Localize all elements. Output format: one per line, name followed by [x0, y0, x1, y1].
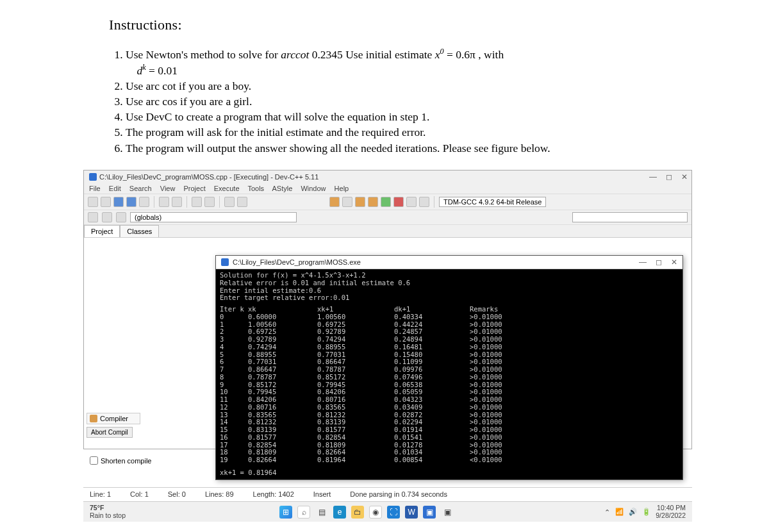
new-icon[interactable]	[88, 197, 98, 207]
table-cell: 0.04323	[394, 396, 470, 404]
console-line: Enter target relative error:0.01	[220, 294, 679, 302]
table-cell: >0.01000	[470, 344, 534, 351]
menu-help[interactable]: Help	[335, 185, 349, 192]
goto-icon[interactable]	[224, 197, 235, 207]
replace-icon[interactable]	[204, 197, 215, 207]
table-cell: 0.74294	[317, 336, 394, 344]
rebuild-icon[interactable]	[368, 197, 378, 207]
compiler-select[interactable]: TDM-GCC 4.9.2 64-bit Release	[439, 197, 546, 207]
table-cell: 1.00560	[317, 313, 394, 321]
console-output: Solution for f(x) = x^4-1.5x^3-x+1.2 Rel…	[216, 269, 682, 479]
compile-run-icon[interactable]	[355, 197, 365, 207]
console-table: Iter kxkxk+1dk+1Remarks00.600001.005600.…	[220, 306, 679, 464]
menu-execute[interactable]: Execute	[214, 185, 240, 192]
devcpp-toolbar2: (globals)	[84, 210, 691, 225]
chevron-up-icon[interactable]: ⌃	[604, 508, 610, 516]
shorten-compile-checkbox[interactable]: Shorten compile	[90, 456, 152, 465]
table-cell: 0.81964	[317, 456, 394, 464]
saveall-icon[interactable]	[126, 197, 136, 207]
table-cell: 0.81577	[317, 426, 394, 434]
menu-astyle[interactable]: AStyle	[272, 185, 293, 192]
instruction-5: The program will ask for the initial est…	[126, 124, 660, 140]
profile-icon[interactable]	[419, 197, 429, 207]
taskview-icon[interactable]: ▤	[315, 506, 328, 519]
table-cell: 0.00854	[394, 456, 470, 464]
table-row: 50.889550.770310.15480>0.01000	[220, 351, 679, 359]
menu-tools[interactable]: Tools	[247, 185, 264, 192]
close-icon[interactable]: ✕	[681, 172, 688, 181]
search-icon[interactable]: ⌕	[297, 506, 310, 519]
table-cell: 0.86647	[248, 366, 317, 374]
menu-search[interactable]: Search	[129, 185, 152, 192]
nav-bookmark-icon[interactable]	[116, 212, 126, 222]
table-row: 100.799450.842060.05059>0.01000	[220, 388, 679, 396]
console-line: Relative error is 0.01 and initial estim…	[220, 279, 679, 287]
table-cell: <0.01000	[470, 456, 534, 464]
table-row: 20.697250.927890.24857>0.01000	[220, 328, 679, 336]
status-col: Col: 1	[130, 490, 149, 498]
table-cell: >0.01000	[470, 396, 534, 404]
wifi-icon[interactable]: 📶	[615, 508, 624, 516]
globals-combo[interactable]: (globals)	[130, 212, 297, 222]
compiler-tab[interactable]: Compiler	[87, 413, 140, 424]
console-close-icon[interactable]: ✕	[671, 258, 677, 267]
debug-icon[interactable]	[406, 197, 417, 207]
menu-file[interactable]: File	[89, 185, 101, 192]
devcpp-icon	[89, 173, 97, 181]
find-icon[interactable]	[192, 197, 202, 207]
tab-project[interactable]: Project	[84, 225, 120, 237]
table-row: 80.787870.851720.07496>0.01000	[220, 374, 679, 381]
undo-icon[interactable]	[159, 197, 169, 207]
open-icon[interactable]	[101, 197, 111, 207]
shorten-checkbox[interactable]	[90, 456, 98, 465]
run-icon[interactable]	[342, 197, 352, 207]
edge-icon[interactable]: e	[333, 506, 346, 519]
console-minimize-icon[interactable]: —	[639, 258, 647, 267]
menu-edit[interactable]: Edit	[109, 185, 121, 192]
redo-icon[interactable]	[172, 197, 182, 207]
console-result: xk+1 = 0.81964	[220, 469, 679, 477]
class-combo[interactable]	[572, 212, 688, 222]
minimize-icon[interactable]: —	[649, 172, 657, 181]
table-cell: 1	[220, 321, 248, 329]
taskbar-weather[interactable]: 75°F Rain to stop	[83, 504, 132, 519]
menu-view[interactable]: View	[160, 185, 176, 192]
table-cell: 0.09976	[394, 366, 470, 374]
table-cell: 0.82664	[248, 456, 317, 464]
console-titlebar[interactable]: C:\Liloy_Files\DevC_program\MOSS.exe — ◻…	[216, 256, 682, 269]
menu-project[interactable]: Project	[183, 185, 205, 192]
devcpp-titlebar[interactable]: C:\Liloy_Files\DevC_program\MOSS.cpp - […	[84, 170, 691, 183]
table-cell: 0.84206	[248, 396, 317, 404]
devcpp-taskbar-icon[interactable]: ▣	[423, 506, 436, 519]
taskbar-clock[interactable]: 10:40 PM 9/28/2022	[656, 504, 686, 519]
check-icon[interactable]	[381, 197, 391, 207]
stop-icon[interactable]	[393, 197, 404, 207]
tab-classes[interactable]: Classes	[120, 225, 159, 237]
store-icon[interactable]: ⛶	[387, 506, 400, 519]
table-cell: 5	[220, 351, 248, 359]
word-icon[interactable]: W	[405, 506, 418, 519]
table-row: 40.742940.889550.16481>0.01000	[220, 344, 679, 351]
abort-compile-button[interactable]: Abort Compil	[87, 427, 133, 438]
app-icon[interactable]: ▣	[441, 506, 454, 519]
console-line: Solution for f(x) = x^4-1.5x^3-x+1.2	[220, 272, 679, 279]
nav-fwd-icon[interactable]	[102, 212, 112, 222]
start-icon[interactable]: ⊞	[279, 506, 292, 519]
nav-back-icon[interactable]	[88, 212, 98, 222]
menu-window[interactable]: Window	[301, 185, 326, 192]
window-controls: — ◻ ✕	[649, 172, 688, 181]
status-length: Length: 1402	[253, 490, 294, 498]
volume-icon[interactable]: 🔊	[629, 508, 637, 516]
chrome-icon[interactable]: ◉	[369, 506, 382, 519]
console-icon	[221, 258, 229, 266]
bookmark-icon[interactable]	[237, 197, 247, 207]
battery-icon[interactable]: 🔋	[642, 508, 650, 516]
table-cell: 0.24894	[394, 336, 470, 344]
console-maximize-icon[interactable]: ◻	[656, 258, 662, 267]
print-icon[interactable]	[139, 197, 149, 207]
save-icon[interactable]	[113, 197, 124, 207]
compile-icon[interactable]	[329, 197, 340, 207]
maximize-icon[interactable]: ◻	[666, 172, 672, 181]
explorer-icon[interactable]: 🗀	[351, 506, 364, 519]
table-cell: 4	[220, 344, 248, 351]
